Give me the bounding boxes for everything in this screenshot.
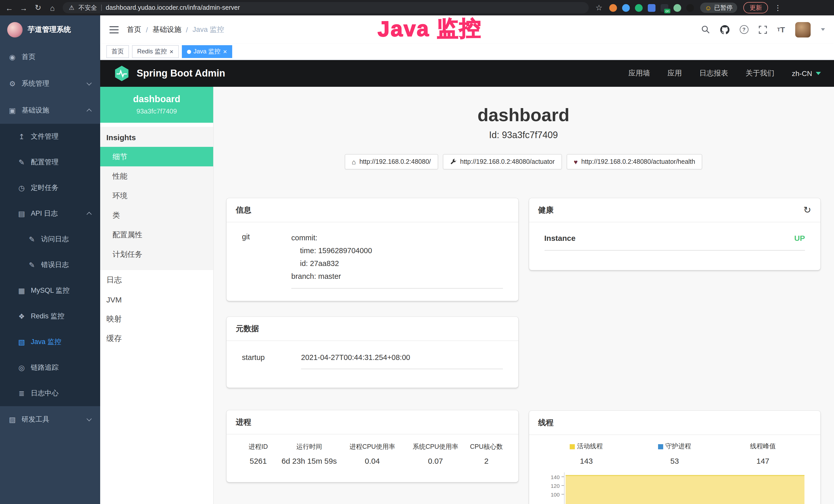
sba-menu-logs[interactable]: 日志 (100, 270, 213, 290)
sba-navbar: Spring Boot Admin 应用墙 应用 日志报表 关于我们 zh-CN (100, 60, 834, 87)
sba-nav-journal[interactable]: 日志报表 (699, 69, 728, 78)
breadcrumb-infra[interactable]: 基础设施 (153, 25, 181, 34)
instance-name: dashboard (100, 94, 213, 105)
sidebar-item-trace[interactable]: ◎ 链路追踪 (0, 355, 100, 381)
sba-menu-caches[interactable]: 缓存 (100, 329, 213, 348)
annotation-java-monitor: Java 监控 (378, 14, 482, 44)
service-url: http://192.168.0.2:48080/ (359, 158, 431, 165)
extension-icon[interactable] (686, 4, 694, 12)
threads-chart: 140 120 100 (542, 473, 807, 504)
process-col-header: 进程ID (240, 443, 277, 451)
process-card: 进程 进程ID 5261 运行时间 6d 23h 15m 59s (226, 410, 518, 482)
sba-menu-scheduledtasks[interactable]: 计划任务 (100, 245, 213, 264)
java-monitor-icon: ▧ (18, 338, 26, 346)
sidebar-item-infra[interactable]: ▣ 基础设施 (0, 97, 100, 124)
reload-icon[interactable]: ↻ (34, 3, 42, 12)
upload-icon: ↥ (18, 133, 26, 141)
sba-nav-wall[interactable]: 应用墙 (629, 69, 650, 78)
extension-icon[interactable] (622, 4, 630, 12)
extension-icon[interactable] (648, 4, 656, 12)
close-icon[interactable]: × (170, 48, 173, 55)
process-col-header: 系统CPU使用率 (407, 443, 464, 451)
sidebar-item-access-log[interactable]: ✎ 访问日志 (0, 226, 100, 252)
sidebar-item-logcenter[interactable]: ≣ 日志中心 (0, 381, 100, 406)
sidebar-item-mysql[interactable]: ▦ MySQL 监控 (0, 278, 100, 303)
sidebar-item-error-log[interactable]: ✎ 错误日志 (0, 252, 100, 278)
sidebar-item-job[interactable]: ◷ 定时任务 (0, 175, 100, 201)
user-avatar[interactable] (795, 22, 811, 37)
sidebar-item-java[interactable]: ▧ Java 监控 (0, 329, 100, 355)
sba-menu-jvm[interactable]: JVM (100, 290, 213, 309)
history-icon[interactable]: ↺ (804, 204, 811, 216)
caret-down-icon[interactable] (821, 28, 825, 31)
sba-nav-apps[interactable]: 应用 (667, 69, 682, 78)
url-text[interactable]: dashboard.yudao.iocoder.cn/infra/admin-s… (106, 4, 240, 11)
log-center-icon: ≣ (18, 389, 26, 397)
sidebar-item-api-log[interactable]: ▤ API 日志 (0, 201, 100, 226)
sba-brand[interactable]: Spring Boot Admin (137, 68, 225, 79)
sidebar-item-redis[interactable]: ❖ Redis 监控 (0, 303, 100, 329)
health-url-button[interactable]: ♥ http://192.168.0.2:48080/actuator/heal… (567, 154, 702, 169)
service-url-button[interactable]: ⌂ http://192.168.0.2:48080/ (345, 154, 438, 169)
health-card-title: 健康 (538, 205, 553, 215)
breadcrumb-home[interactable]: 首页 (127, 25, 141, 34)
sidebar-item-system[interactable]: ⚙ 系统管理 (0, 70, 100, 97)
sidebar-item-label: 访问日志 (41, 235, 69, 244)
close-icon[interactable]: × (223, 48, 227, 55)
system-cpu-value: 0.07 (407, 457, 464, 465)
extension-icon[interactable] (635, 4, 643, 12)
sba-instance-box[interactable]: dashboard 93a3fc7f7409 (100, 87, 213, 123)
tab-java[interactable]: Java 监控 × (182, 45, 232, 58)
info-row-label: git (242, 232, 291, 289)
bookmark-star-icon[interactable]: ☆ (595, 3, 603, 12)
help-icon[interactable]: ? (740, 25, 748, 34)
instance-links: ⌂ http://192.168.0.2:48080/ http://192.1… (226, 154, 820, 169)
forward-icon[interactable]: → (20, 3, 28, 12)
sidebar-item-label: 基础设施 (22, 106, 49, 115)
git-commit-id: id: 27aa832 (300, 257, 503, 270)
health-instance-label: Instance (544, 234, 576, 243)
security-label[interactable]: 不安全 (79, 3, 97, 12)
extension-icon[interactable] (609, 4, 617, 12)
font-size-icon[interactable]: TT (777, 25, 785, 34)
health-row: Instance UP (544, 234, 805, 251)
git-commit-label: commit: (291, 232, 503, 245)
address-bar[interactable]: ⚠ 不安全 dashboard.yudao.iocoder.cn/infra/a… (63, 2, 589, 13)
sba-nav-links: 应用墙 应用 日志报表 关于我们 zh-CN (629, 69, 821, 78)
sidebar-item-home[interactable]: ◉ 首页 (0, 44, 100, 70)
extension-icon[interactable]: on (661, 4, 668, 12)
paused-badge[interactable]: ☺ 已暂停 (700, 3, 738, 13)
sba-menu-details[interactable]: 细节 (100, 147, 213, 166)
home-icon[interactable]: ⌂ (48, 3, 57, 12)
back-icon[interactable]: ← (5, 3, 13, 12)
tab-home[interactable]: 首页 (106, 45, 129, 58)
sidebar-item-file[interactable]: ↥ 文件管理 (0, 124, 100, 150)
font-size-small: T (777, 27, 780, 32)
sidebar-item-devtools[interactable]: ▨ 研发工具 (0, 406, 100, 433)
sba-menu-classes[interactable]: 类 (100, 205, 213, 225)
sidebar-item-config[interactable]: ✎ 配置管理 (0, 150, 100, 175)
daemon-threads-value: 53 (671, 457, 679, 465)
hamburger-icon[interactable] (109, 26, 119, 33)
app-logo-row[interactable]: 芋道管理系统 (0, 16, 100, 44)
sba-menu-mappings[interactable]: 映射 (100, 309, 213, 329)
sba-menu-env[interactable]: 环境 (100, 186, 213, 205)
sidebar-item-label: 研发工具 (22, 415, 49, 424)
chrome-menu-icon[interactable]: ⋮ (774, 4, 782, 12)
tab-redis[interactable]: Redis 监控 × (132, 45, 178, 58)
extension-icon[interactable] (674, 4, 681, 12)
search-icon[interactable] (701, 25, 710, 34)
threads-card-title: 线程 (538, 418, 553, 428)
uptime-value: 6d 23h 15m 59s (281, 457, 338, 465)
sidebar-item-label: 系统管理 (22, 79, 49, 88)
fullscreen-icon[interactable] (759, 25, 767, 33)
header-actions: ? TT (701, 22, 825, 37)
sba-menu-metrics[interactable]: 性能 (100, 166, 213, 186)
chrome-update-button[interactable]: 更新 (744, 2, 768, 13)
sba-language-select[interactable]: zh-CN (792, 69, 821, 77)
actuator-url-button[interactable]: http://192.168.0.2:48080/actuator (443, 154, 562, 169)
caret-down-icon (816, 72, 821, 75)
sba-menu-configprops[interactable]: 配置属性 (100, 225, 213, 245)
github-icon[interactable] (720, 25, 729, 34)
sba-nav-about[interactable]: 关于我们 (746, 69, 774, 78)
